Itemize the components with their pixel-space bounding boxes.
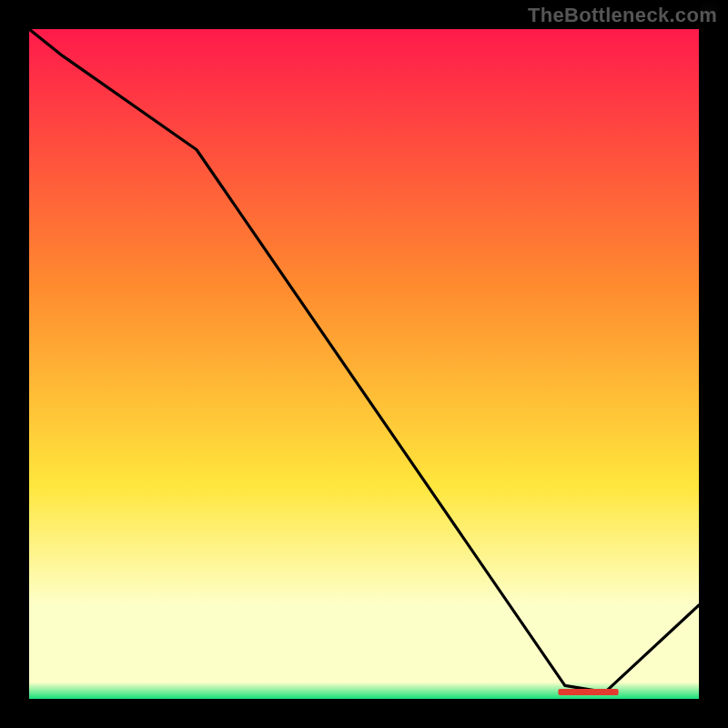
plot-area [29,29,699,699]
bottleneck-chart [0,0,728,728]
minimum-marker [558,689,618,695]
watermark-text: TheBottleneck.com [528,4,717,27]
chart-container: TheBottleneck.com [0,0,728,728]
